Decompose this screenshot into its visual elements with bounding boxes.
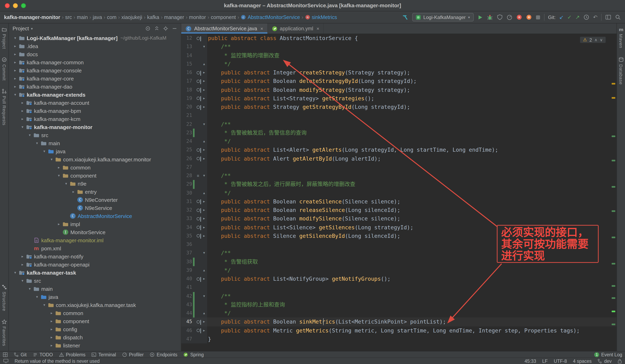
implemented-marker-icon[interactable] [196,209,200,212]
chevron-down-icon[interactable]: ▾ [56,174,62,178]
tree-item[interactable]: ▸dispatch [9,333,181,341]
debug-bug-button[interactable] [486,14,493,20]
line-number[interactable]: 34 [181,223,192,232]
line-number[interactable]: 26 [181,154,192,163]
implemented-marker-icon[interactable] [196,88,200,91]
line-number[interactable]: 23 [181,129,192,137]
tree-item[interactable]: ▾kafka-manager-task [9,269,181,277]
implementation-arrow-icon[interactable]: ▸ [203,277,205,281]
tree-item[interactable]: ▸kafka-manager-bpm [9,107,181,115]
implemented-marker-icon[interactable] [196,157,200,160]
search-everywhere-button[interactable] [615,14,621,20]
stop-button[interactable] [535,15,540,20]
line-number[interactable]: 31 [181,197,192,206]
editor-gutter[interactable]: 40▸ [181,275,207,283]
plugin-action-icon-2[interactable] [526,14,532,20]
breadcrumb-item[interactable]: main [77,14,88,20]
locate-file-button[interactable] [145,26,151,31]
tree-item[interactable]: ▸kafka-manager-notify [9,252,181,260]
breadcrumb-item[interactable]: kafka-manager-monitor [4,14,60,20]
chevron-down-icon[interactable]: ▾ [12,93,18,97]
project-panel-title[interactable]: Project [13,26,29,31]
chevron-down-icon[interactable]: ▾ [12,271,18,275]
code-line[interactable]: 39▴ */ [181,266,617,275]
close-window-button[interactable] [5,3,10,8]
stripe-mark[interactable] [612,311,615,312]
line-number[interactable]: 16 [181,68,192,77]
next-problem-icon[interactable]: ∨ [600,38,603,42]
tool-stripe-button-commit[interactable]: Commit [2,57,7,81]
code-line[interactable]: 18▸ public abstract Boolean modifyStrate… [181,86,617,94]
close-tab-icon[interactable]: × [316,26,319,31]
editor-gutter[interactable]: 44▴ [181,309,207,318]
editor-gutter[interactable]: 38 [181,257,207,266]
editor-gutter[interactable]: 36 [181,240,207,249]
code-line[interactable]: 42▾ /** [181,292,617,301]
editor-gutter[interactable]: 37▾ [181,249,207,258]
tool-stripe-button-project[interactable]: Project [2,27,7,49]
code-text[interactable]: public abstract class AbstractMonitorSer… [207,34,358,43]
code-text[interactable] [207,163,208,172]
tree-item[interactable]: ▸kafka-manager-account [9,99,181,107]
chevron-down-icon[interactable]: ▾ [34,295,40,299]
tree-item[interactable]: ▸docs [9,50,181,58]
editor-gutter[interactable]: 24▴ [181,137,207,146]
tree-item[interactable]: kafka-manager-monitor.iml [9,236,181,244]
line-number[interactable]: 17 [181,77,192,86]
stripe-mark[interactable] [612,210,615,212]
chevron-right-icon[interactable]: ▸ [12,52,18,56]
chevron-down-icon[interactable]: ▾ [27,133,33,137]
implemented-marker-icon[interactable] [196,277,200,280]
code-line[interactable]: 40▸ public abstract List<NotifyGroup> ge… [181,275,617,283]
code-text[interactable]: public abstract Boolean modifySilence(Si… [207,214,400,223]
tree-item[interactable]: ▾n9e [9,180,181,188]
line-separator[interactable]: LF [542,359,548,364]
code-line[interactable]: 30▴ */ [181,189,617,197]
line-number[interactable]: 40 [181,275,192,283]
line-number[interactable]: 27 [181,163,192,172]
code-text[interactable] [207,283,208,292]
code-text[interactable]: public abstract Boolean deleteStrategyBy… [207,77,417,86]
breadcrumb-item[interactable]: com [107,14,117,20]
tool-window-button-profiler[interactable]: Profiler [122,352,144,357]
code-text[interactable]: /** [207,120,231,129]
collapse-all-button[interactable] [154,26,159,31]
hide-panel-button[interactable] [172,26,177,31]
chevron-right-icon[interactable]: ▸ [12,68,18,72]
line-number[interactable]: 44 [181,309,192,318]
code-text[interactable]: public abstract Metric getMetrics(String… [207,326,580,335]
code-text[interactable]: */ [207,309,231,318]
tree-item[interactable]: ▸kafka-manager-openapi [9,260,181,269]
code-text[interactable] [207,111,208,120]
stripe-mark[interactable] [612,83,615,85]
code-line[interactable]: 19▸ public abstract List<Strategy> getSt… [181,94,617,103]
code-line[interactable]: 23 * 告警被触发后，告警信息的查询 [181,129,617,137]
editor-gutter[interactable]: 41 [181,283,207,292]
code-line[interactable]: 24▴ */ [181,137,617,146]
implementation-arrow-icon[interactable]: ▸ [203,320,205,324]
editor-gutter[interactable]: 20▸ [181,103,207,111]
implementation-arrow-icon[interactable]: ▸ [203,97,205,100]
fold-close-icon[interactable]: ▴ [203,62,205,66]
layout-button[interactable] [605,14,611,20]
implemented-marker-icon[interactable] [196,80,200,83]
tool-window-button-endpoints[interactable]: Endpoints [150,352,177,357]
tool-stripe-button-maven[interactable]: mMaven [618,27,624,48]
chevron-right-icon[interactable]: ▸ [19,101,26,105]
code-text[interactable]: /** [207,172,231,180]
code-line[interactable]: 33▸ public abstract Boolean modifySilenc… [181,214,617,223]
tool-window-button-terminal[interactable]: Terminal [92,352,116,357]
chevron-down-icon[interactable]: ▾ [49,157,55,161]
fold-open-icon[interactable]: ▾ [203,45,205,49]
code-text[interactable]: /** [207,249,231,258]
code-text[interactable]: * 告警组获取 [207,257,258,266]
tree-item[interactable]: ▾kafka-manager-monitor [9,123,181,131]
editor-gutter[interactable]: 21 [181,111,207,120]
editor-gutter[interactable]: 19▸ [181,94,207,103]
tree-item[interactable]: ▾main [9,139,181,147]
run-button[interactable] [477,14,483,20]
code-text[interactable]: public abstract Boolean releaseSilence(L… [207,206,400,214]
chevron-right-icon[interactable]: ▸ [12,76,18,81]
run-configuration-select[interactable]: Logi-KafkaManager ▾ [412,13,474,21]
breadcrumb-item[interactable]: monitor [189,14,206,20]
